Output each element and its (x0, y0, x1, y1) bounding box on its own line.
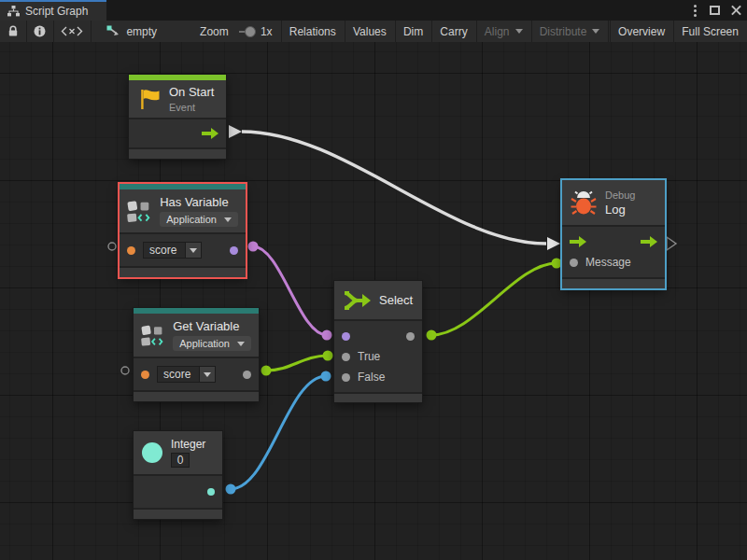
node-integer[interactable]: Integer 0 (134, 431, 222, 519)
bug-icon (571, 189, 597, 216)
zoom-slider-handle[interactable] (245, 26, 256, 37)
info-icon (34, 25, 46, 37)
graph-pointer-icon (106, 25, 120, 38)
false-input-port[interactable] (342, 373, 350, 382)
variable-scope-dropdown[interactable]: Application (173, 336, 251, 351)
zoom-value: 1x (252, 21, 281, 42)
wire-endpoint[interactable] (427, 330, 437, 341)
wire-endpoint[interactable] (552, 259, 562, 269)
node-title: On Start (169, 85, 214, 99)
true-port-label: True (358, 350, 380, 363)
wire-endpoint[interactable] (261, 366, 272, 376)
variable-name-value: score (158, 367, 199, 382)
unconnected-input-port[interactable] (108, 243, 116, 250)
node-has-variable[interactable]: Has Variable Application score (120, 184, 246, 277)
integer-value-field[interactable]: 0 (171, 453, 190, 468)
tab-script-graph[interactable]: Script Graph (0, 0, 106, 21)
scope-value: Application (179, 338, 230, 349)
window-controls (692, 0, 741, 21)
flow-input-port[interactable] (570, 236, 586, 247)
zoom-slider[interactable] (239, 31, 250, 33)
variable-name-field[interactable]: score (143, 242, 202, 259)
toolbar-button-carry[interactable]: Carry (431, 21, 475, 42)
zoom-label: Zoom (191, 21, 237, 42)
node-title: Get Variable (173, 319, 251, 333)
toolbar-button-align[interactable]: Align (476, 21, 531, 42)
node-title: Integer (171, 438, 205, 451)
node-footer (129, 149, 226, 159)
graph-toolbar: empty Zoom 1x Relations Values Dim Carry… (0, 21, 747, 42)
flow-output-port[interactable] (202, 128, 218, 139)
chevron-down-icon (237, 342, 245, 346)
node-footer (134, 510, 222, 519)
message-input-port[interactable] (570, 259, 578, 267)
chevron-down-icon (224, 217, 232, 222)
value-output-port[interactable] (243, 371, 251, 379)
variable-picker-button[interactable] (185, 243, 201, 258)
info-button[interactable] (26, 21, 53, 42)
node-subtitle: Debug (605, 189, 635, 201)
select-icon (343, 290, 371, 311)
toolbar-button-fullscreen[interactable]: Full Screen (673, 21, 747, 42)
graph-breadcrumb-label: empty (126, 25, 157, 38)
node-footer (120, 268, 246, 277)
unconnected-input-port[interactable] (121, 367, 129, 374)
integer-value: 0 (177, 454, 184, 467)
toolbar-button-overview[interactable]: Overview (610, 21, 673, 42)
flag-icon (138, 88, 161, 110)
graph-icon (7, 6, 20, 17)
node-footer (134, 392, 259, 401)
bool-output-port[interactable] (230, 246, 238, 255)
toolbar-button-dim[interactable]: Dim (395, 21, 431, 42)
variable-icon (141, 323, 164, 348)
script-graph-window: Script Graph (0, 0, 747, 560)
int-output-port[interactable] (207, 488, 215, 496)
variable-name-value: score (144, 243, 185, 258)
node-title: Has Variable (160, 195, 238, 209)
node-footer (562, 279, 665, 288)
name-input-port[interactable] (141, 371, 149, 379)
toolbar-button-values[interactable]: Values (345, 21, 395, 42)
variable-icon (127, 199, 151, 224)
node-select[interactable]: Select True False (334, 281, 422, 402)
graph-breadcrumb[interactable]: empty (98, 21, 165, 42)
maximize-icon[interactable] (710, 6, 720, 15)
lock-button[interactable] (0, 21, 26, 42)
name-input-port[interactable] (127, 246, 135, 255)
wire-endpoint[interactable] (226, 484, 236, 495)
scope-value: Application (166, 214, 217, 225)
node-subtitle: Event (169, 102, 214, 113)
message-port-label: Message (585, 256, 631, 269)
node-title: Log (605, 203, 635, 217)
integer-icon (142, 442, 162, 463)
flow-output-port[interactable] (641, 236, 657, 247)
variable-picker-button[interactable] (199, 367, 215, 382)
condition-input-port[interactable] (342, 332, 350, 341)
selection-output-port[interactable] (406, 332, 415, 341)
wire-endpoint[interactable] (248, 242, 259, 252)
variable-scope-dropdown[interactable]: Application (160, 212, 238, 227)
true-input-port[interactable] (342, 353, 350, 361)
wire-endpoint[interactable] (323, 351, 333, 361)
node-footer (334, 394, 422, 402)
chevron-down-icon (515, 29, 523, 34)
chevron-down-icon (592, 29, 599, 34)
tab-title: Script Graph (25, 5, 88, 18)
node-on-start[interactable]: On Start Event (129, 75, 226, 159)
distribute-label: Distribute (540, 25, 587, 38)
variable-name-field[interactable]: score (157, 366, 216, 383)
wire-endpoint[interactable] (321, 371, 331, 382)
wire-endpoint[interactable] (322, 330, 332, 341)
angle-brackets-icon (61, 26, 83, 36)
false-port-label: False (358, 371, 385, 384)
tab-bar: Script Graph (0, 0, 747, 21)
toolbar-button-relations[interactable]: Relations (281, 21, 345, 42)
lock-icon (7, 25, 19, 37)
unit-options-button[interactable] (53, 21, 91, 42)
window-menu-icon[interactable] (692, 3, 698, 19)
close-icon[interactable] (731, 6, 741, 16)
node-debug-log[interactable]: Debug Log Message (562, 180, 665, 288)
node-get-variable[interactable]: Get Variable Application score (134, 308, 259, 401)
align-label: Align (485, 25, 510, 38)
toolbar-button-distribute[interactable]: Distribute (531, 21, 609, 42)
